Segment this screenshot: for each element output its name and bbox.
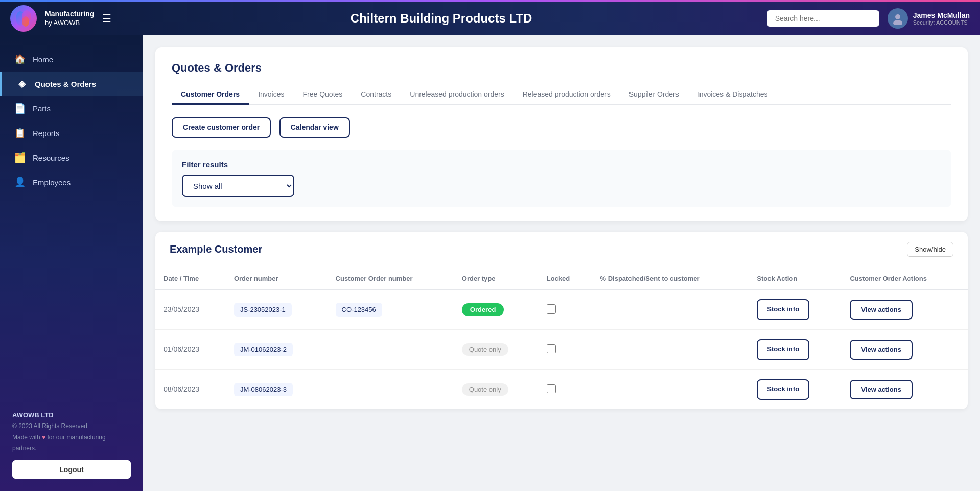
svg-point-3: [895, 14, 900, 19]
col-header: Order type: [454, 267, 539, 290]
order-number-cell: JS-23052023-1: [226, 290, 328, 330]
date-cell: 08/06/2023: [155, 369, 226, 409]
stock-action-cell: Stock info: [749, 369, 842, 409]
top-nav: Manufacturing by AWOWB ☰ Chiltern Buildi…: [0, 2, 980, 35]
date-cell: 23/05/2023: [155, 290, 226, 330]
app-brand: Manufacturing by AWOWB: [45, 9, 94, 27]
customer-header: Example Customer Show/hide: [155, 232, 968, 267]
table-row: 01/06/2023JM-01062023-2Quote onlyStock i…: [155, 329, 968, 369]
reports-icon: 📋: [14, 127, 26, 139]
action-buttons: Create customer order Calendar view: [172, 117, 951, 138]
customer-name: Example Customer: [170, 243, 262, 255]
order-number-badge: JM-01062023-2: [234, 343, 293, 356]
sidebar-item-reports[interactable]: 📋 Reports: [0, 121, 143, 145]
stock-action-cell: Stock info: [749, 329, 842, 369]
sidebar-label-parts: Parts: [33, 104, 51, 113]
co-number-cell: [328, 369, 454, 409]
order-number-badge: JM-08062023-3: [234, 383, 293, 396]
stock-info-button[interactable]: Stock info: [757, 379, 809, 400]
col-header: Customer Order Actions: [842, 267, 968, 290]
stock-info-button[interactable]: Stock info: [757, 339, 809, 360]
sidebar-label-home: Home: [33, 55, 53, 64]
locked-checkbox[interactable]: [547, 304, 556, 314]
made-with-label: Made with: [12, 434, 40, 441]
view-actions-button[interactable]: View actions: [850, 300, 913, 320]
order-number-cell: JM-01062023-2: [226, 329, 328, 369]
page-title: Quotes & Orders: [172, 61, 951, 75]
stock-action-cell: Stock info: [749, 290, 842, 330]
filter-select[interactable]: Show allOrderedQuote onlyDispatchedInvoi…: [182, 175, 294, 197]
svg-point-2: [22, 16, 29, 27]
view-actions-button[interactable]: View actions: [850, 340, 913, 360]
dispatched-cell: [592, 369, 749, 409]
locked-cell: [539, 369, 592, 409]
security-label: Security: ACCOUNTS: [913, 19, 970, 26]
table-body: 23/05/2023JS-23052023-1CO-123456OrderedS…: [155, 290, 968, 409]
table-header-row: Date / TimeOrder numberCustomer Order nu…: [155, 267, 968, 290]
order-type-cell: Quote only: [454, 329, 539, 369]
filter-label: Filter results: [182, 160, 941, 169]
sidebar-nav: 🏠 Home ◈ Quotes & Orders 📄 Parts 📋 Repor…: [0, 47, 143, 399]
stock-info-button[interactable]: Stock info: [757, 299, 809, 320]
sidebar-item-quotes-orders[interactable]: ◈ Quotes & Orders: [0, 72, 143, 96]
col-header: % Dispatched/Sent to customer: [592, 267, 749, 290]
orders-table: Date / TimeOrder numberCustomer Order nu…: [155, 267, 968, 409]
col-header: Customer Order number: [328, 267, 454, 290]
view-actions-button[interactable]: View actions: [850, 380, 913, 399]
username: James McMullan: [913, 11, 970, 19]
co-number-badge: CO-123456: [336, 303, 382, 317]
locked-cell: [539, 290, 592, 330]
svg-point-4: [893, 20, 902, 25]
employees-icon: 👤: [14, 176, 26, 188]
col-header: Date / Time: [155, 267, 226, 290]
copyright: © 2023 All Rights Reserved: [12, 422, 87, 430]
hamburger-icon[interactable]: ☰: [102, 12, 111, 25]
col-header: Locked: [539, 267, 592, 290]
order-type-badge: Quote only: [462, 343, 508, 356]
parts-icon: 📄: [14, 103, 26, 114]
sidebar-label-quotes-orders: Quotes & Orders: [35, 80, 96, 88]
app-title: Chiltern Building Products LTD: [124, 11, 758, 26]
customer-section: Example Customer Show/hide Date / TimeOr…: [155, 232, 968, 409]
main-content: Quotes & Orders Customer OrdersInvoicesF…: [143, 35, 980, 491]
order-type-badge: Ordered: [462, 303, 504, 316]
co-number-cell: [328, 329, 454, 369]
tab-unreleased-production[interactable]: Unreleased production orders: [401, 85, 513, 105]
tab-invoices[interactable]: Invoices: [249, 85, 293, 105]
sidebar-item-resources[interactable]: 🗂️ Resources: [0, 145, 143, 170]
tab-contracts[interactable]: Contracts: [352, 85, 401, 105]
company-name: AWOWB LTD: [12, 411, 54, 419]
tab-free-quotes[interactable]: Free Quotes: [294, 85, 352, 105]
calendar-view-button[interactable]: Calendar view: [279, 117, 350, 138]
sidebar-item-parts[interactable]: 📄 Parts: [0, 96, 143, 121]
sidebar-label-resources: Resources: [33, 153, 69, 162]
create-order-button[interactable]: Create customer order: [172, 117, 271, 138]
logout-button[interactable]: Logout: [12, 460, 131, 479]
order-type-badge: Quote only: [462, 383, 508, 396]
show-hide-button[interactable]: Show/hide: [907, 242, 953, 257]
tab-customer-orders[interactable]: Customer Orders: [172, 85, 249, 105]
locked-checkbox[interactable]: [547, 344, 556, 353]
table-head: Date / TimeOrder numberCustomer Order nu…: [155, 267, 968, 290]
search-input[interactable]: [767, 10, 879, 27]
table-row: 08/06/2023JM-08062023-3Quote onlyStock i…: [155, 369, 968, 409]
order-number-cell: JM-08062023-3: [226, 369, 328, 409]
sidebar-label-reports: Reports: [33, 129, 60, 138]
tab-supplier-orders[interactable]: Suppiler Orders: [620, 85, 688, 105]
tabs: Customer OrdersInvoicesFree QuotesContra…: [172, 85, 951, 105]
locked-checkbox[interactable]: [547, 384, 556, 393]
sidebar-label-employees: Employees: [33, 178, 71, 187]
order-actions-cell: View actions: [842, 329, 968, 369]
tab-invoices-dispatches[interactable]: Invoices & Dispatches: [688, 85, 777, 105]
sidebar-item-employees[interactable]: 👤 Employees: [0, 170, 143, 194]
co-number-cell: CO-123456: [328, 290, 454, 330]
tab-released-production[interactable]: Released production orders: [514, 85, 620, 105]
sidebar: 🏠 Home ◈ Quotes & Orders 📄 Parts 📋 Repor…: [0, 35, 143, 491]
resources-icon: 🗂️: [14, 152, 26, 163]
sidebar-item-home[interactable]: 🏠 Home: [0, 47, 143, 72]
col-header: Stock Action: [749, 267, 842, 290]
order-actions-cell: View actions: [842, 369, 968, 409]
heart-icon: ♥: [42, 434, 45, 441]
app-logo: [10, 5, 37, 32]
locked-cell: [539, 329, 592, 369]
